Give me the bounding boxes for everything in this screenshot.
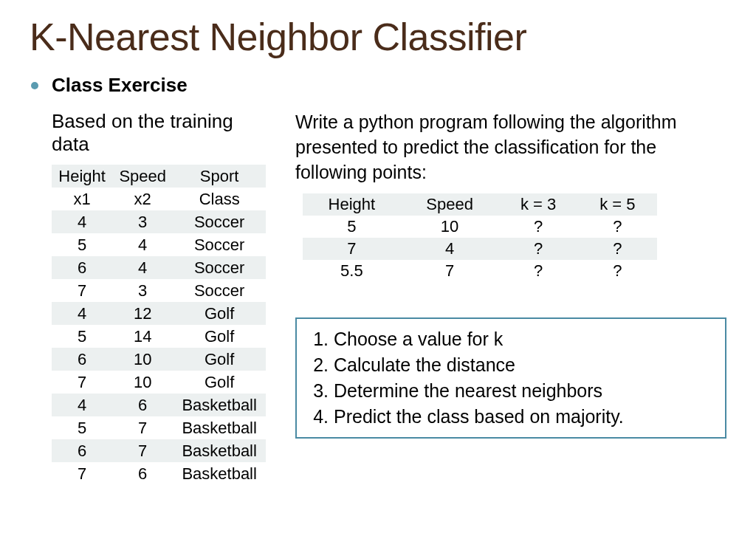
table-row: 76Basketball xyxy=(52,462,266,485)
td: ? xyxy=(578,260,657,282)
table-row: 54Soccer xyxy=(52,233,266,256)
page-title: K-Nearest Neighbor Classifier xyxy=(30,15,726,59)
td: 5 xyxy=(52,233,112,256)
th: Height xyxy=(303,193,401,216)
table-row: 67Basketball xyxy=(52,439,266,462)
td: Basketball xyxy=(173,462,266,485)
th: Speed xyxy=(401,193,499,216)
td: ? xyxy=(498,238,577,260)
th: x2 xyxy=(112,188,173,210)
th: Speed xyxy=(112,165,173,188)
td: 7 xyxy=(52,279,112,302)
th: Height xyxy=(52,165,112,188)
steps-list: Choose a value for kCalculate the distan… xyxy=(310,326,712,430)
table-row: x1 x2 Class xyxy=(52,188,266,210)
table-row: 710Golf xyxy=(52,371,266,394)
step-item: Calculate the distance xyxy=(334,352,712,378)
td: Golf xyxy=(173,302,266,325)
th: k = 5 xyxy=(578,193,657,216)
td: ? xyxy=(498,260,577,282)
prediction-table: Height Speed k = 3 k = 5 510??74??5.57?? xyxy=(303,193,657,282)
td: 5 xyxy=(303,216,401,238)
td: Basketball xyxy=(173,416,266,439)
td: ? xyxy=(578,216,657,238)
td: ? xyxy=(498,216,577,238)
td: Golf xyxy=(173,348,266,371)
steps-box: Choose a value for kCalculate the distan… xyxy=(295,317,726,439)
content-columns: Based on the training data Height Speed … xyxy=(30,110,726,485)
td: 4 xyxy=(52,302,112,325)
td: ? xyxy=(578,238,657,260)
td: 10 xyxy=(401,216,499,238)
td: 7 xyxy=(401,260,499,282)
left-subhead: Based on the training data xyxy=(52,110,273,156)
td: Basketball xyxy=(173,439,266,462)
td: 7 xyxy=(112,439,173,462)
table-row: Height Speed Sport xyxy=(52,165,266,188)
th: k = 3 xyxy=(498,193,577,216)
td: 3 xyxy=(112,279,173,302)
step-item: Predict the class based on majority. xyxy=(334,404,712,430)
th: x1 xyxy=(52,188,112,210)
td: 5 xyxy=(52,325,112,348)
td: 4 xyxy=(401,238,499,260)
td: 6 xyxy=(52,256,112,279)
table-row: 64Soccer xyxy=(52,256,266,279)
step-item: Determine the nearest neighbors xyxy=(334,378,712,404)
td: 4 xyxy=(52,210,112,233)
th: Sport xyxy=(173,165,266,188)
td: 6 xyxy=(112,462,173,485)
td: Golf xyxy=(173,325,266,348)
training-table: Height Speed Sport x1 x2 Class 43Soccer5… xyxy=(52,165,266,485)
td: 5.5 xyxy=(303,260,401,282)
td: Soccer xyxy=(173,210,266,233)
td: 6 xyxy=(112,394,173,416)
td: 5 xyxy=(52,416,112,439)
exercise-label: Class Exercise xyxy=(52,74,188,97)
td: 4 xyxy=(52,394,112,416)
td: Soccer xyxy=(173,279,266,302)
td: 3 xyxy=(112,210,173,233)
td: 4 xyxy=(112,233,173,256)
table-row: 57Basketball xyxy=(52,416,266,439)
bullet-dot-icon xyxy=(31,82,38,89)
table-row: 73Soccer xyxy=(52,279,266,302)
td: 12 xyxy=(112,302,173,325)
td: 14 xyxy=(112,325,173,348)
th: Class xyxy=(173,188,266,210)
step-item: Choose a value for k xyxy=(334,326,712,352)
instruction-text: Write a python program following the alg… xyxy=(295,110,726,185)
td: 10 xyxy=(112,348,173,371)
td: Golf xyxy=(173,371,266,394)
td: 7 xyxy=(303,238,401,260)
td: Soccer xyxy=(173,256,266,279)
td: 10 xyxy=(112,371,173,394)
table-row: 412Golf xyxy=(52,302,266,325)
table-row: 5.57?? xyxy=(303,260,657,282)
left-column: Based on the training data Height Speed … xyxy=(30,110,273,485)
td: 6 xyxy=(52,348,112,371)
table-row: 510?? xyxy=(303,216,657,238)
td: Basketball xyxy=(173,394,266,416)
table-row: 514Golf xyxy=(52,325,266,348)
table-row: 46Basketball xyxy=(52,394,266,416)
table-row: Height Speed k = 3 k = 5 xyxy=(303,193,657,216)
table-row: 43Soccer xyxy=(52,210,266,233)
table-row: 74?? xyxy=(303,238,657,260)
td: Soccer xyxy=(173,233,266,256)
td: 7 xyxy=(112,416,173,439)
table-row: 610Golf xyxy=(52,348,266,371)
bullet-row: Class Exercise xyxy=(30,74,726,97)
td: 7 xyxy=(52,462,112,485)
td: 7 xyxy=(52,371,112,394)
td: 6 xyxy=(52,439,112,462)
right-column: Write a python program following the alg… xyxy=(295,110,726,485)
td: 4 xyxy=(112,256,173,279)
